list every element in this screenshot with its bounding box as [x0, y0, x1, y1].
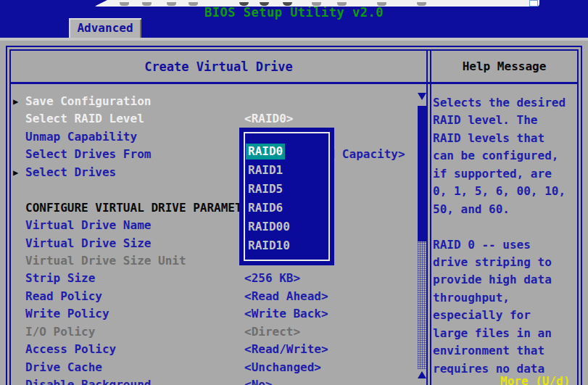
help-line: large files in an: [433, 325, 577, 342]
list-item[interactable]: Virtual Drive Size: [11, 235, 416, 252]
list-item[interactable]: Strip Size<256 KB>: [11, 270, 416, 287]
item-label: Virtual Drive Name: [25, 218, 151, 232]
item-label: Virtual Drive Size Unit: [25, 254, 186, 268]
list-item[interactable]: [11, 181, 416, 199]
settings-panel: ▶Save ConfigurationSelect RAID Level<RAI…: [11, 84, 431, 385]
scrollbar-thumb[interactable]: [418, 106, 426, 241]
list-item[interactable]: Virtual Drive Name: [11, 217, 416, 234]
toolbar-icon-fragment: [312, 2, 321, 6]
help-line: RAID levels that: [433, 130, 577, 147]
console-toolbar-fragment: [94, 0, 539, 7]
toolbar-icon-fragment: [120, 2, 129, 6]
toolbar-icon-fragment: [189, 2, 198, 6]
toolbar-icon-fragment: [337, 2, 347, 6]
scrollbar-track[interactable]: [418, 241, 426, 369]
item-value: <Read Ahead>: [244, 288, 328, 305]
list-item[interactable]: Access Policy<Read/Write>: [11, 341, 416, 358]
bios-setup-screen: BIOS Setup Utility v2.0 Advanced Create …: [0, 0, 588, 385]
item-label: Select RAID Level: [25, 112, 144, 125]
item-label: Access Policy: [25, 342, 116, 356]
dropdown-option[interactable]: RAID1: [248, 162, 327, 181]
dropdown-option[interactable]: RAID0: [248, 144, 327, 162]
item-label: Write Policy: [25, 307, 109, 320]
list-item[interactable]: Read Policy<Read Ahead>: [11, 288, 416, 305]
list-item[interactable]: Virtual Drive Size Unit: [11, 252, 416, 270]
scroll-down-icon[interactable]: [418, 93, 426, 100]
list-item[interactable]: Drive Cache<Unchanged>: [11, 359, 416, 376]
item-label: Read Policy: [25, 289, 102, 303]
list-item[interactable]: Unmap Capability: [11, 128, 416, 146]
item-label: Virtual Drive Size: [25, 236, 151, 250]
help-text: Selects the desiredRAID level. TheRAID l…: [433, 94, 577, 378]
toolbar-icon-fragment: [417, 2, 426, 6]
help-line: can be configured,: [433, 147, 577, 165]
list-item[interactable]: CONFIGURE VIRTUAL DRIVE PARAMETERS:: [11, 199, 416, 217]
help-line: RAID level. The: [433, 112, 577, 129]
help-line: especially for: [433, 307, 577, 324]
help-line: drive striping to: [433, 254, 577, 271]
dropdown-option[interactable]: RAID10: [248, 238, 327, 257]
help-line: RAID 0 -- uses: [433, 236, 577, 254]
item-label: Drive Cache: [25, 360, 102, 374]
dropdown-option-label: RAID6: [246, 200, 285, 216]
header-row: Create Virtual Drive Help Message: [11, 51, 577, 84]
item-label: I/O Policy: [25, 325, 95, 339]
help-line: Selects the desired: [433, 94, 577, 112]
help-line: if supported, are: [433, 165, 577, 183]
toolbar-icon-fragment: [239, 2, 249, 6]
item-label: Disable Background: [25, 378, 151, 385]
help-line: [433, 218, 577, 236]
list-item[interactable]: ▶Select Drives: [11, 164, 416, 181]
toolbar-icon-fragment: [283, 2, 292, 6]
settings-list: ▶Save ConfigurationSelect RAID Level<RAI…: [11, 93, 416, 385]
item-value: <RAID0>: [244, 110, 293, 128]
more-indicator: More (U/d): [500, 374, 570, 385]
item-label: Select Drives: [25, 165, 116, 179]
toolbar-icon-fragment: [260, 2, 269, 6]
dropdown-option-label: RAID0: [246, 144, 285, 160]
item-label: Strip Size: [25, 271, 95, 285]
toolbar-checkbox-fragment: [529, 0, 538, 7]
help-panel: Selects the desiredRAID level. TheRAID l…: [431, 84, 577, 385]
help-line: 50, and 60.: [433, 201, 577, 218]
bios-title: BIOS Setup Utility v2.0: [0, 5, 588, 20]
dropdown-option-label: RAID10: [246, 238, 292, 254]
dropdown-options: RAID0RAID1RAID5RAID6RAID00RAID10: [248, 144, 327, 257]
list-item[interactable]: Select Drives From<Unconfigured Capacity…: [11, 146, 416, 163]
help-line: environment that: [433, 342, 577, 360]
list-item[interactable]: ▶Save Configuration: [11, 93, 416, 110]
item-value: <Direct>: [244, 323, 300, 341]
help-title: Help Message: [431, 51, 577, 82]
toolbar-icon-fragment: [167, 2, 176, 6]
item-value: <Read/Write>: [244, 341, 328, 358]
dropdown-option[interactable]: RAID6: [248, 200, 327, 219]
tab-bar-edge: [0, 38, 588, 41]
item-value: <Write Back>: [244, 305, 328, 323]
list-item[interactable]: I/O Policy<Direct>: [11, 323, 416, 341]
dropdown-option-label: RAID5: [246, 181, 285, 197]
item-value: <Unchanged>: [244, 359, 321, 376]
raid-level-dropdown: RAID0RAID1RAID5RAID6RAID00RAID10: [239, 128, 334, 265]
item-label: CONFIGURE VIRTUAL DRIVE PARAMETERS:: [25, 201, 270, 215]
tab-advanced[interactable]: Advanced: [69, 18, 141, 38]
dropdown-option-label: RAID1: [246, 162, 285, 178]
item-value: <256 KB>: [244, 270, 300, 287]
scroll-up-icon[interactable]: [418, 371, 426, 378]
list-item[interactable]: Select RAID Level<RAID0>: [11, 110, 416, 128]
toolbar-icon-fragment: [377, 2, 386, 6]
submenu-arrow-icon: ▶: [13, 93, 18, 110]
list-item[interactable]: Write Policy<Write Back>: [11, 305, 416, 323]
list-item[interactable]: Disable Background<No>: [11, 376, 416, 385]
item-label: [25, 183, 33, 196]
item-label: Save Configuration: [25, 94, 151, 108]
dropdown-option-label: RAID00: [246, 219, 292, 235]
dropdown-option[interactable]: RAID00: [248, 219, 327, 238]
submenu-arrow-icon: ▶: [13, 164, 18, 181]
help-line: provide high data: [433, 271, 577, 289]
page-title: Create Virtual Drive: [11, 51, 431, 82]
toolbar-icon-fragment: [142, 2, 152, 6]
dropdown-option[interactable]: RAID5: [248, 181, 327, 200]
help-line: throughput,: [433, 289, 577, 307]
help-line: 0, 1, 5, 6, 00, 10,: [433, 183, 577, 200]
item-label: Unmap Capability: [25, 130, 137, 144]
